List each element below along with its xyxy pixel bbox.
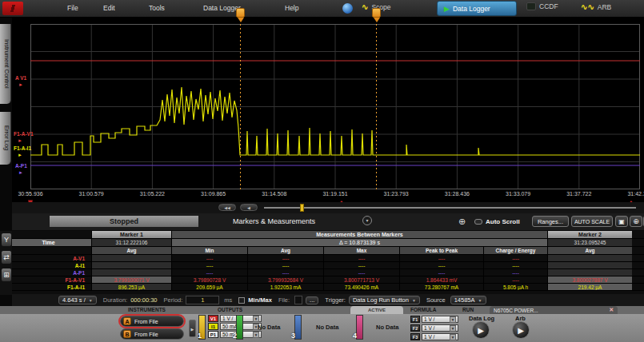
arb-button[interactable]: ∿∿ ARB <box>581 2 611 11</box>
chevron-down-icon: ▼ <box>412 298 416 303</box>
marker-2-handle[interactable] <box>372 8 381 18</box>
zoom-in-icon[interactable]: ⊕ <box>630 216 642 227</box>
col-header-m2-avg: Avg <box>548 247 632 254</box>
scroll-handle[interactable] <box>300 204 304 212</box>
source-dropdown[interactable]: 14585A▼ <box>450 296 486 304</box>
chart-plot[interactable] <box>30 24 640 189</box>
x-axis-tick: 31:09.865 <box>201 191 226 197</box>
connection-status-icon[interactable] <box>342 3 353 14</box>
table-cell: 3.79890728 V <box>172 276 248 283</box>
p1-badge: P1 <box>208 331 218 338</box>
period-input[interactable]: 1 <box>186 296 219 304</box>
channel-3-number: 3 <box>291 332 295 340</box>
x-axis-tick: 31:28.436 <box>445 191 470 197</box>
markers-measurements-expander[interactable]: ▾ <box>362 216 372 225</box>
channel-2-bar[interactable] <box>236 315 243 340</box>
from-file-a-button[interactable]: A From File <box>120 316 184 327</box>
outputs-section-label: OUTPUTS <box>218 307 242 312</box>
menu-edit[interactable]: Edit <box>103 4 115 12</box>
menu-tools[interactable]: Tools <box>149 4 165 12</box>
f1-scale-value: 1 V / <box>424 316 434 322</box>
settings-row: 4.643 s /▼ Duration: 000:00:30 Period: 1… <box>12 294 644 306</box>
auto-scale-button[interactable]: AUTO SCALE <box>571 216 613 227</box>
menu-help[interactable]: Help <box>285 4 298 12</box>
instruments-expander[interactable]: ▶ <box>189 320 196 337</box>
row-label-a-v1[interactable]: A-V1 <box>12 255 92 261</box>
close-icon[interactable]: ✕ <box>609 307 614 313</box>
row-label-f1-a-v1[interactable]: F1-A-V1 <box>12 276 92 283</box>
markers-icon[interactable]: ⇄ <box>1 250 12 264</box>
channel-1-number: 1 <box>198 332 202 340</box>
f1-badge: F1 <box>410 316 420 323</box>
instrument-tab[interactable]: N6705C POWER... ✕ <box>490 306 618 314</box>
table-icon-gutter: Y ⇄ ⊞ <box>0 231 12 295</box>
trace-label-f1-a-i1[interactable]: F1-A-I1 <box>14 145 31 151</box>
table-cell: 1.922053 mA <box>248 284 324 290</box>
table-cell: ---- <box>324 262 400 268</box>
data-log-run-button[interactable]: ▶ <box>472 321 490 339</box>
timescale-value: 4.643 s / <box>62 296 86 304</box>
marker1-header[interactable]: Marker 1 <box>92 231 172 238</box>
ranges-button[interactable]: Ranges... <box>532 216 569 227</box>
row-label-a-i1[interactable]: A-I1 <box>12 262 92 268</box>
x-axis: 30:55.93631:00.57931:05.22231:09.86531:1… <box>12 191 644 201</box>
channel-4-bar[interactable] <box>356 315 363 340</box>
active-tab[interactable]: ACTIVE <box>350 306 403 314</box>
from-file-b-label: From File <box>134 332 158 337</box>
output-b-badge: B <box>123 330 131 338</box>
table-cell: 5.805 µA h <box>484 284 548 290</box>
scroll-track[interactable] <box>264 207 636 209</box>
marker-1-handle[interactable] <box>236 8 245 18</box>
f2-scale-dropdown[interactable]: 1 V /▼ <box>422 324 458 332</box>
trace-marker-f1-a-i1-icon[interactable]: ► <box>18 153 22 157</box>
trace-marker-a-p1-icon[interactable]: ► <box>18 170 23 175</box>
f2-badge: F2 <box>410 324 420 332</box>
minmax-checkbox[interactable] <box>238 297 245 304</box>
channel-4-no-data: No Data <box>376 324 398 331</box>
ccdf-button[interactable]: CCDF <box>526 2 558 10</box>
marker2-header[interactable]: Marker 2 <box>548 231 632 238</box>
scroll-back-fast-button[interactable]: ◀◀ <box>218 204 236 211</box>
table-cell <box>548 262 632 268</box>
crosshair-icon[interactable]: ⊕ <box>458 217 466 227</box>
table-cell: ---- <box>484 276 548 283</box>
file-input[interactable] <box>294 296 302 304</box>
menubar: File Edit Tools Data Logger Help ∿ Scope… <box>0 0 644 18</box>
f2-scale-value: 1 V / <box>424 325 434 331</box>
data-logger-tab[interactable]: ▶ Data Logger <box>437 1 517 16</box>
file-browse-button[interactable]: ... <box>306 296 318 304</box>
row-label-f1-a-i1[interactable]: F1-A-I1 <box>12 284 92 290</box>
measurements-table: Marker 1 Measurements Between Markers Ma… <box>12 231 644 294</box>
marker2-time: 31:23.095245 <box>548 239 632 246</box>
trace-marker-f1-a-v1-icon[interactable]: ► <box>18 138 22 143</box>
sidebar-tab-error-log[interactable]: Error Log <box>0 112 11 165</box>
grid-view-icon[interactable]: ⊞ <box>1 268 12 282</box>
channel-3-bar[interactable] <box>294 315 302 340</box>
auto-scroll-checkbox[interactable] <box>474 219 482 225</box>
row-label-a-p1[interactable]: A-P1 <box>12 269 92 276</box>
trace-label-a-v1[interactable]: A V1 <box>15 75 26 81</box>
from-file-b-button[interactable]: B From File <box>120 328 184 340</box>
trigger-dropdown[interactable]: Data Log Run Button▼ <box>349 296 420 304</box>
zoom-region-icon[interactable]: ▣ <box>615 216 628 227</box>
timescale-dropdown[interactable]: 4.643 s /▼ <box>58 296 97 304</box>
menu-file[interactable]: File <box>67 4 78 12</box>
menu-data-logger[interactable]: Data Logger <box>203 4 241 12</box>
tools-icon[interactable]: Y <box>1 233 12 247</box>
scroll-back-button[interactable]: ◀ <box>240 204 258 211</box>
channel-2-number: 2 <box>233 332 237 340</box>
trace-marker-a-v1-icon[interactable]: ► <box>18 82 23 87</box>
f3-badge: F3 <box>410 333 420 340</box>
f3-scale-dropdown[interactable]: 1 V /▼ <box>422 333 458 340</box>
instruments-section-label: INSTRUMENTS <box>128 307 166 312</box>
arb-run-button[interactable]: ▶ <box>512 321 530 339</box>
minmax-label: Min/Max <box>248 296 272 304</box>
trigger-label: Trigger: <box>325 296 346 304</box>
trace-label-a-p1[interactable]: A-P1 <box>15 163 27 169</box>
sidebar-tab-instrument-control[interactable]: Instrument Control <box>0 24 11 104</box>
f1-scale-dropdown[interactable]: 1 V /▼ <box>422 316 458 323</box>
table-cell: 219.42 µA <box>548 284 632 290</box>
trace-label-f1-a-v1[interactable]: F1-A-V1 <box>14 131 34 137</box>
table-cell: 3.799100071 V <box>92 276 172 283</box>
table-cell: 3.800771713 V <box>324 276 400 283</box>
